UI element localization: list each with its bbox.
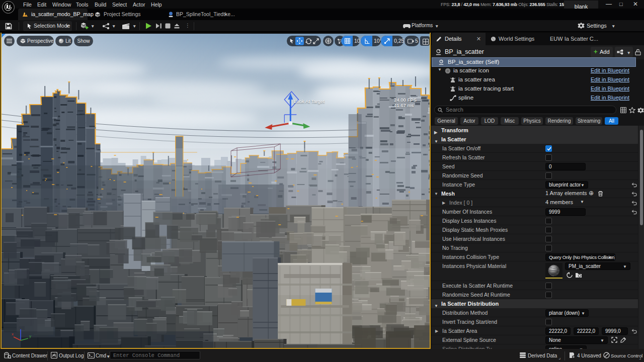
svg-text:y: y: [29, 334, 31, 338]
svg-text:x: x: [12, 332, 14, 336]
